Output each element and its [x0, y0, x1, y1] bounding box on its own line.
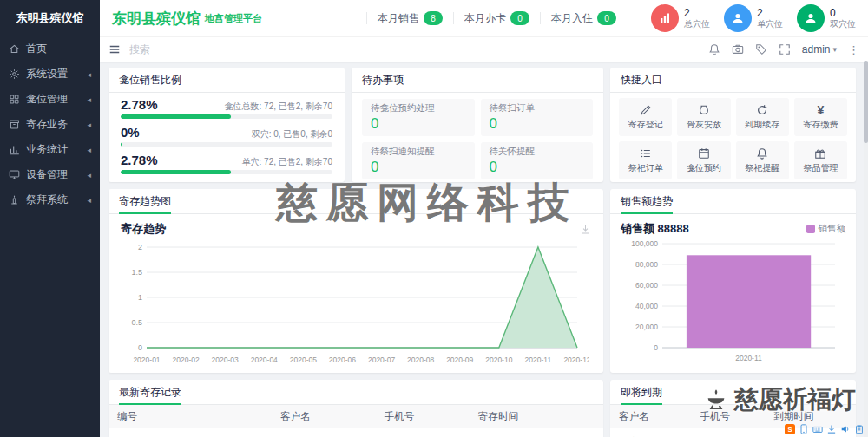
sogou-logo-icon[interactable]: S: [785, 424, 795, 434]
column-header: 手机号: [691, 405, 765, 428]
todo-care-reminder[interactable]: 待关怀提醒 0: [481, 142, 594, 179]
toolbar-right: admin ▾ ⋮: [708, 43, 859, 56]
stat-badge: 0: [597, 11, 616, 25]
card-header: 销售额趋势: [610, 189, 856, 214]
svg-text:2020-02: 2020-02: [172, 355, 199, 364]
quick-label: 寄存缴费: [803, 119, 838, 131]
svg-text:100,000: 100,000: [631, 239, 658, 248]
table-header-row: 编号 客户名 手机号 寄存时间: [108, 405, 603, 428]
person-icon: [797, 4, 825, 32]
download-icon[interactable]: [580, 224, 591, 235]
quick-offering-management-button[interactable]: 祭品管理: [794, 141, 847, 179]
svg-text:2020-09: 2020-09: [446, 355, 473, 364]
keyboard-icon[interactable]: [812, 424, 823, 434]
quick-ashes-placement-button[interactable]: 骨灰安放: [677, 98, 730, 136]
summary-label: 单穴位: [757, 19, 783, 29]
kebab-menu-icon[interactable]: ⋮: [848, 43, 859, 56]
sidebar-item-storage-business[interactable]: 寄存业务 ◂: [0, 112, 100, 137]
fullscreen-icon[interactable]: [779, 43, 791, 55]
gear-icon: [9, 68, 20, 80]
table-cell: 2020-11-14 14:47:30: [470, 428, 603, 437]
chevron-left-icon: ◂: [87, 95, 91, 104]
quick-worship-reminder-button[interactable]: 祭祀提醒: [736, 141, 789, 179]
card-sales-trend: 销售额趋势 销售额 88888 销售额 020,00040,00060,0008…: [610, 189, 856, 373]
table-cell: [376, 428, 470, 437]
summary-value: 0: [830, 7, 856, 19]
stat-badge: 0: [510, 11, 529, 25]
main-area: 东明县殡仪馆 地宫管理平台 本月销售 8 本月办卡 0 本月入住 0: [100, 0, 868, 437]
column-header: 客户名: [272, 405, 376, 428]
chevron-left-icon: ◂: [87, 121, 91, 129]
svg-text:2020-10: 2020-10: [485, 355, 512, 364]
scrollbar[interactable]: [864, 61, 868, 437]
ratio-percent: 0%: [121, 125, 140, 140]
download-icon[interactable]: [826, 424, 837, 434]
card-header: 待办事项: [352, 68, 603, 93]
sidebar-item-system-settings[interactable]: 系统设置 ◂: [0, 62, 100, 87]
sidebar-item-business-stats[interactable]: 业务统计 ◂: [0, 137, 100, 162]
progress-track: [121, 114, 332, 119]
home-icon: [9, 43, 20, 55]
stat-monthly-checkins: 本月入住 0: [541, 11, 627, 26]
todo-label: 待祭扫订单: [490, 102, 585, 114]
legend-label: 销售额: [819, 223, 846, 235]
quick-worship-order-button[interactable]: 祭祀订单: [619, 141, 672, 179]
svg-text:20,000: 20,000: [635, 323, 658, 331]
order-list-icon: [640, 147, 652, 160]
admin-label: admin: [802, 43, 831, 55]
card-quick-entry: 快捷入口 寄存登记 骨灰安放 到期续存: [610, 68, 856, 182]
svg-text:2020-05: 2020-05: [290, 355, 317, 364]
column-header: 编号: [108, 405, 272, 428]
admin-dropdown[interactable]: admin ▾: [802, 43, 837, 55]
card-header: 快捷入口: [610, 68, 856, 93]
bell-icon[interactable]: [708, 43, 720, 55]
candle-icon: [9, 194, 20, 205]
stat-label: 本月办卡: [464, 11, 506, 26]
search-input[interactable]: [128, 42, 261, 56]
quick-label: 龛位预约: [687, 162, 721, 174]
scrollbar-thumb[interactable]: [864, 61, 868, 143]
clipboard-icon[interactable]: [854, 424, 865, 434]
ratio-row-single: 2.78% 单穴: 72, 已售2, 剩余70: [121, 153, 332, 174]
quick-pay-button[interactable]: ¥ 寄存缴费: [794, 98, 847, 136]
todo-worship-orders[interactable]: 待祭扫订单 0: [481, 99, 594, 136]
quick-renew-button[interactable]: 到期续存: [736, 98, 789, 136]
sidebar-item-device-management[interactable]: 设备管理 ◂: [0, 162, 100, 187]
phone-icon[interactable]: [799, 424, 809, 434]
todo-niche-booking[interactable]: 待龛位预约处理 0: [362, 99, 475, 136]
svg-text:1: 1: [138, 293, 142, 302]
card-title: 销售额趋势: [621, 189, 673, 213]
speaker-icon[interactable]: [840, 424, 851, 434]
quick-niche-booking-button[interactable]: 龛位预约: [677, 141, 730, 179]
card-title: 龛位销售比例: [119, 68, 181, 92]
quick-storage-register-button[interactable]: 寄存登记: [619, 98, 672, 136]
ratio-row-double: 0% 双穴: 0, 已售0, 剩余0: [121, 125, 332, 147]
table-row: REG-186420201114144615 哈吉斯 2020-11-14 14…: [108, 428, 603, 437]
camera-icon[interactable]: [732, 43, 744, 55]
svg-text:40,000: 40,000: [635, 302, 658, 310]
quick-label: 祭品管理: [803, 162, 838, 174]
todo-label: 待关怀提醒: [490, 146, 585, 158]
card-todo: 待办事项 待龛位预约处理 0 待祭扫订单 0 待祭扫通知提醒 0: [352, 68, 603, 182]
todo-value: 0: [371, 115, 466, 133]
stat-monthly-sales: 本月销售 8: [367, 11, 453, 26]
tag-icon[interactable]: [755, 43, 767, 55]
progress-fill: [121, 170, 231, 174]
sidebar-item-worship-system[interactable]: 祭拜系统 ◂: [0, 187, 100, 212]
sales-amount: 销售额 88888: [621, 221, 689, 237]
progress-track: [121, 142, 332, 147]
todo-label: 待龛位预约处理: [371, 102, 466, 114]
top-header: 东明县殡仪馆 地宫管理平台 本月销售 8 本月办卡 0 本月入住 0: [100, 0, 868, 36]
stat-label: 本月销售: [378, 11, 419, 26]
sidebar-item-home[interactable]: 首页: [0, 36, 100, 62]
table-cell: [691, 428, 765, 437]
gift-icon: [814, 147, 826, 160]
todo-label: 待祭扫通知提醒: [371, 146, 466, 158]
card-title: 待办事项: [362, 68, 404, 92]
todo-worship-notice[interactable]: 待祭扫通知提醒 0: [362, 142, 475, 179]
menu-toggle-icon[interactable]: [108, 43, 121, 55]
sidebar-item-label: 首页: [26, 42, 47, 56]
summary-label: 总穴位: [684, 19, 710, 29]
content: 龛位销售比例 2.78% 龛位总数: 72, 已售2, 剩余70: [100, 62, 868, 437]
sidebar-item-niche-management[interactable]: 龛位管理 ◂: [0, 87, 100, 112]
